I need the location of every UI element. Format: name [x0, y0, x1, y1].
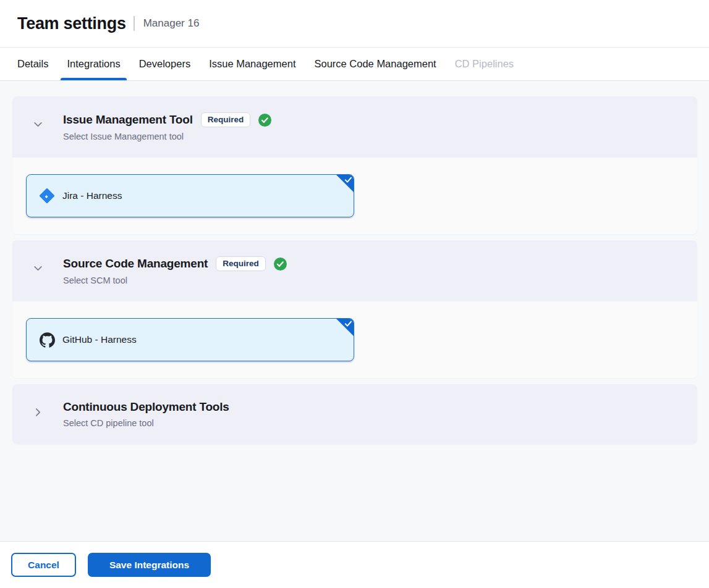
- section-subtitle: Select SCM tool: [63, 275, 287, 285]
- section-cd-header: Continuous Deployment Tools Select CD pi…: [12, 384, 697, 444]
- section-subtitle: Select Issue Management tool: [63, 132, 271, 141]
- page-title: Team settings: [17, 14, 126, 33]
- check-circle-icon: [258, 114, 271, 127]
- tab-issue-management[interactable]: Issue Management: [209, 48, 295, 80]
- cancel-button[interactable]: Cancel: [11, 553, 76, 577]
- section-title: Issue Management Tool: [63, 113, 193, 127]
- page-subtitle: Manager 16: [143, 17, 200, 30]
- corner-check-icon: [336, 318, 354, 337]
- section-scm-header: Source Code Management Required Select S…: [12, 240, 697, 301]
- tab-developers[interactable]: Developers: [139, 48, 190, 80]
- section-issue-management-body: Jira - Harness: [12, 158, 697, 234]
- section-issue-management-header: Issue Management Tool Required Select Is…: [12, 96, 697, 158]
- tab-integrations[interactable]: Integrations: [67, 48, 120, 80]
- section-issue-management-tool: Issue Management Tool Required Select Is…: [12, 96, 697, 234]
- chevron-right-icon: [33, 407, 43, 420]
- section-scm-body: GitHub - Harness: [12, 301, 697, 378]
- section-source-code-management: Source Code Management Required Select S…: [12, 240, 697, 378]
- chevron-down-icon: [33, 119, 43, 132]
- collapse-toggle[interactable]: [30, 261, 46, 277]
- collapse-toggle[interactable]: [30, 117, 46, 133]
- corner-check-icon: [336, 174, 354, 193]
- required-badge: Required: [216, 256, 266, 271]
- tab-details[interactable]: Details: [17, 48, 48, 80]
- tool-card-github-harness[interactable]: GitHub - Harness: [26, 318, 354, 361]
- tabs-bar: Details Integrations Developers Issue Ma…: [0, 48, 709, 81]
- save-integrations-button[interactable]: Save Integrations: [88, 553, 211, 577]
- section-title: Source Code Management: [63, 257, 208, 271]
- integrations-panel: Issue Management Tool Required Select Is…: [0, 81, 709, 541]
- tab-source-code-management[interactable]: Source Code Management: [314, 48, 436, 80]
- github-icon: [39, 332, 55, 348]
- page-header: Team settings Manager 16: [0, 0, 709, 48]
- section-continuous-deployment-tools: Continuous Deployment Tools Select CD pi…: [12, 384, 697, 444]
- section-title: Continuous Deployment Tools: [63, 400, 229, 414]
- chevron-down-icon: [33, 263, 43, 276]
- expand-toggle[interactable]: [30, 405, 46, 421]
- jira-icon: [39, 188, 55, 204]
- tab-cd-pipelines: CD Pipelines: [455, 48, 514, 80]
- title-divider: [134, 16, 135, 31]
- check-circle-icon: [274, 258, 287, 271]
- tool-card-label: GitHub - Harness: [62, 334, 137, 345]
- required-badge: Required: [201, 112, 251, 127]
- tool-card-label: Jira - Harness: [62, 190, 122, 201]
- page-footer: Cancel Save Integrations: [0, 541, 709, 588]
- section-subtitle: Select CD pipeline tool: [63, 418, 229, 428]
- tool-card-jira-harness[interactable]: Jira - Harness: [26, 174, 354, 217]
